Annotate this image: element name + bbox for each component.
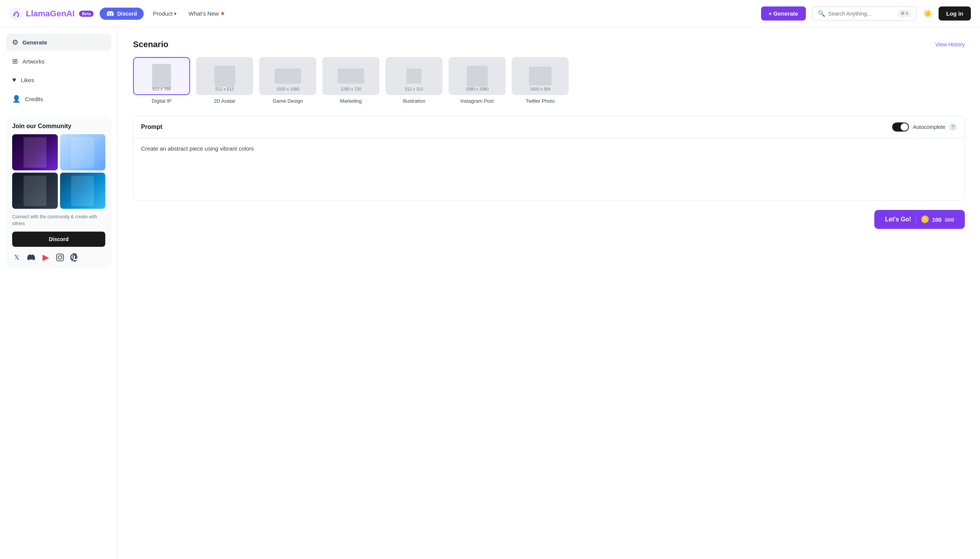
svg-point-3 xyxy=(58,256,61,259)
nav-whats-new[interactable]: What's New xyxy=(188,10,224,17)
heart-icon: ♥ xyxy=(12,76,16,84)
divider xyxy=(916,216,916,223)
discord-logo-icon xyxy=(106,11,114,17)
social-icons: 𝕏 ▶ xyxy=(12,253,105,262)
sidebar-nav: ⊙ Generate ⊞ Artworks ♥ Likes 👤 Credits xyxy=(6,33,111,108)
scenario-card-marketing[interactable]: 1280 x 720 Marketing xyxy=(322,57,379,104)
section-header: Scenario View History xyxy=(133,40,965,50)
community-image-1 xyxy=(12,134,58,170)
help-icon[interactable]: ? xyxy=(949,123,957,131)
credit-coin-icon: 🪙 xyxy=(921,215,929,223)
sidebar: ⊙ Generate ⊞ Artworks ♥ Likes 👤 Credits … xyxy=(0,27,118,559)
pinterest-icon[interactable] xyxy=(70,253,79,262)
user-icon: 👤 xyxy=(12,95,20,103)
prompt-header: Prompt Autocomplete ? xyxy=(134,116,964,138)
logo-area: LlamaGenAI Beta xyxy=(9,7,94,20)
logo-text: LlamaGenAI xyxy=(26,9,74,19)
lets-go-button[interactable]: Let's Go! 🪙 100 300 xyxy=(874,210,965,229)
community-title: Join our Community xyxy=(12,123,105,130)
search-input[interactable] xyxy=(828,11,895,17)
svg-point-4 xyxy=(61,255,62,256)
discord-header-button[interactable]: Discord xyxy=(100,8,144,20)
svg-rect-2 xyxy=(57,254,63,261)
scenario-card-illustration[interactable]: 312 x 312 Illustration xyxy=(386,57,442,104)
credit-current: 100 xyxy=(932,217,942,223)
scenario-cards: 512 x 768 Digital IP 512 x 512 2D Avatar… xyxy=(133,57,965,104)
community-image-4 xyxy=(60,173,106,209)
twitter-x-icon[interactable]: 𝕏 xyxy=(12,253,21,262)
svg-point-1 xyxy=(14,13,16,15)
chevron-down-icon: ▾ xyxy=(174,11,177,17)
logo-icon xyxy=(9,7,23,20)
scenario-thumb-marketing: 1280 x 720 xyxy=(322,57,379,95)
grid-icon: ⊞ xyxy=(12,57,18,65)
theme-toggle-button[interactable]: ☀️ xyxy=(923,9,932,18)
discord-social-icon[interactable] xyxy=(26,253,36,262)
generate-bottom: Let's Go! 🪙 100 300 xyxy=(133,210,965,229)
scenario-card-2d-avatar[interactable]: 512 x 512 2D Avatar xyxy=(196,57,253,104)
scenario-card-instagram-post[interactable]: 1080 x 1080 Instagram Post xyxy=(449,57,506,104)
sidebar-item-generate[interactable]: ⊙ Generate xyxy=(6,33,111,51)
autocomplete-toggle: Autocomplete ? xyxy=(892,122,957,132)
scenario-thumb-digital-ip: 512 x 768 xyxy=(133,57,190,95)
nav-product[interactable]: Product ▾ xyxy=(153,10,177,17)
search-box[interactable]: 🔍 ⌘ K xyxy=(812,7,917,20)
community-image-3 xyxy=(12,173,58,209)
header: LlamaGenAI Beta Discord Product ▾ What's… xyxy=(0,0,980,27)
autocomplete-label: Autocomplete xyxy=(913,124,945,130)
community-grid xyxy=(12,134,105,209)
section-title: Scenario xyxy=(133,40,168,50)
discord-join-button[interactable]: Discord xyxy=(12,232,105,247)
prompt-textarea[interactable] xyxy=(134,138,964,199)
new-indicator-dot xyxy=(221,12,224,15)
credits-display: 🪙 100 300 xyxy=(921,215,954,223)
sidebar-item-credits[interactable]: 👤 Credits xyxy=(6,90,111,108)
scenario-thumb-twitter-photo: 1600 x 904 xyxy=(511,57,569,95)
community-card: Join our Community Connect with the comm… xyxy=(6,117,111,268)
login-button[interactable]: Log in xyxy=(939,7,971,20)
generate-header-button[interactable]: + Generate xyxy=(761,7,806,20)
play-icon: ⊙ xyxy=(12,38,18,46)
community-description: Connect with the community & create with… xyxy=(12,213,105,227)
scenario-card-game-design[interactable]: 1920 x 1080 Game Design xyxy=(259,57,316,104)
scenario-thumb-2d-avatar: 512 x 512 xyxy=(196,57,253,95)
youtube-icon[interactable]: ▶ xyxy=(41,253,50,262)
beta-badge: Beta xyxy=(79,11,94,17)
sidebar-item-likes[interactable]: ♥ Likes xyxy=(6,71,111,89)
sidebar-item-artworks[interactable]: ⊞ Artworks xyxy=(6,53,111,70)
autocomplete-switch[interactable] xyxy=(892,122,909,132)
discord-header-label: Discord xyxy=(117,11,137,17)
credit-total: 300 xyxy=(945,217,954,223)
search-shortcut: ⌘ K xyxy=(898,10,911,17)
toggle-knob xyxy=(901,123,908,131)
lets-go-label: Let's Go! xyxy=(885,216,911,223)
scenario-thumb-illustration: 312 x 312 xyxy=(386,57,442,95)
nav-links: Product ▾ What's New xyxy=(153,10,761,17)
layout: ⊙ Generate ⊞ Artworks ♥ Likes 👤 Credits … xyxy=(0,27,980,559)
scenario-thumb-instagram-post: 1080 x 1080 xyxy=(449,57,506,95)
instagram-icon[interactable] xyxy=(56,253,64,262)
scenario-card-digital-ip[interactable]: 512 x 768 Digital IP xyxy=(133,57,190,104)
community-image-2 xyxy=(60,134,106,170)
scenario-card-twitter-photo[interactable]: 1600 x 904 Twitter Photo xyxy=(511,57,569,104)
scenario-thumb-game-design: 1920 x 1080 xyxy=(259,57,316,95)
prompt-section: Prompt Autocomplete ? xyxy=(133,116,965,201)
view-history-link[interactable]: View History xyxy=(935,41,965,48)
header-right: + Generate 🔍 ⌘ K ☀️ Log in xyxy=(761,7,971,20)
svg-point-0 xyxy=(9,7,23,20)
search-icon: 🔍 xyxy=(818,10,825,17)
main-content: Scenario View History 512 x 768 Digital … xyxy=(118,27,980,559)
prompt-title: Prompt xyxy=(141,124,162,131)
